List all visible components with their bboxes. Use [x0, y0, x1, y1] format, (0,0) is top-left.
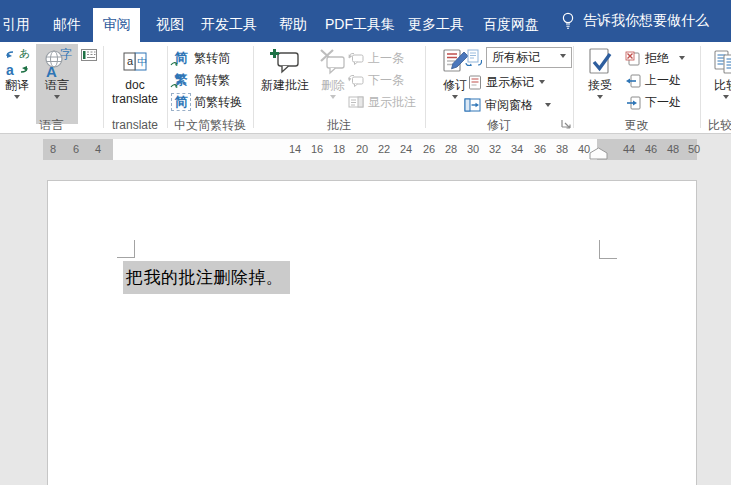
ruler-number: 30	[467, 139, 479, 160]
compare-label: 比较	[714, 78, 731, 92]
svg-text:中: 中	[138, 56, 148, 67]
ime-keyboard-icon[interactable]	[81, 49, 97, 61]
next-comment-icon	[348, 74, 364, 87]
crop-mark-top-left	[134, 240, 135, 258]
language-button[interactable]: A 字 语言	[36, 44, 78, 124]
ruler-number: 50	[688, 139, 700, 160]
svg-text:a: a	[127, 55, 134, 67]
delete-comment-button[interactable]: 删除	[314, 46, 352, 102]
reject-icon	[625, 51, 641, 66]
crop-mark-top-right	[599, 258, 617, 259]
previous-change-icon	[625, 73, 641, 88]
group-separator	[573, 46, 574, 128]
tab-developer[interactable]: 开发工具	[193, 8, 265, 42]
simp-to-trad-button[interactable]: 繁 简转繁	[172, 70, 230, 90]
previous-comment-button[interactable]: 上一条	[348, 48, 404, 68]
translate-button[interactable]: a あ 翻译	[0, 46, 34, 102]
display-for-review-select[interactable]: 所有标记	[486, 47, 572, 68]
ruler-number: 34	[511, 139, 523, 160]
show-markup-icon	[468, 75, 482, 90]
accept-button[interactable]: 接受	[580, 46, 620, 102]
compare-dropdown-arrow	[723, 95, 729, 102]
horizontal-ruler[interactable]: 864141618202224262830323436384044464850	[0, 134, 731, 160]
reject-button[interactable]: 拒绝	[625, 48, 685, 68]
ruler-number: 18	[333, 139, 345, 160]
show-comments-button[interactable]: 显示批注	[348, 92, 416, 112]
new-comment-button[interactable]: 新建批注	[258, 46, 312, 92]
reject-dropdown-arrow	[679, 56, 685, 63]
translate-icon: a あ	[4, 46, 30, 78]
trad-to-simp-button[interactable]: 简 繁转简	[172, 48, 230, 68]
crop-mark-top-left	[117, 257, 135, 258]
tab-baidu-netdisk[interactable]: 百度网盘	[475, 8, 547, 42]
delete-dropdown-arrow	[330, 95, 336, 102]
next-comment-label: 下一条	[368, 72, 404, 89]
show-comments-icon	[348, 96, 364, 108]
tab-help[interactable]: 帮助	[263, 8, 323, 42]
reviewing-pane-label: 审阅窗格	[485, 97, 533, 114]
accept-icon	[585, 46, 615, 78]
doc-translate-label-line2: translate	[112, 92, 158, 106]
word-window: 引用 邮件 审阅 视图 开发工具 帮助 PDF工具集 更多工具 百度网盘 告诉我…	[0, 0, 731, 485]
new-comment-icon	[269, 46, 301, 78]
next-comment-button[interactable]: 下一条	[348, 70, 404, 90]
tab-mailings[interactable]: 邮件	[37, 8, 97, 42]
show-markup-button[interactable]: 显示标记	[468, 72, 545, 92]
accept-dropdown-arrow	[597, 95, 603, 102]
ruler-number: 48	[667, 139, 679, 160]
ruler-number: 22	[378, 139, 390, 160]
next-change-label: 下一处	[645, 94, 681, 111]
tab-view[interactable]: 视图	[140, 8, 200, 42]
group-separator	[253, 46, 254, 128]
reviewing-pane-button[interactable]: 审阅窗格	[464, 95, 551, 115]
translate-label: 翻译	[5, 78, 29, 92]
ruler-number: 36	[534, 139, 546, 160]
display-for-review-arrow	[560, 54, 566, 61]
next-change-icon	[625, 95, 641, 110]
track-changes-label: 修订	[443, 78, 467, 92]
changes-group-label: 更改	[573, 118, 700, 132]
simp-to-trad-icon: 繁	[172, 72, 190, 88]
doc-translate-icon: 中 a	[122, 46, 148, 78]
selected-text[interactable]: 把我的批注删除掉。	[123, 261, 290, 294]
doc-translate-button[interactable]: 中 a doc translate	[106, 46, 164, 106]
document-area: 把我的批注删除掉。	[0, 160, 731, 485]
group-separator	[103, 46, 104, 128]
tracking-dialog-launcher[interactable]	[560, 118, 573, 131]
reject-label: 拒绝	[645, 50, 669, 67]
simp-trad-convert-button[interactable]: 简 简繁转换	[172, 92, 242, 112]
previous-change-button[interactable]: 上一处	[625, 70, 681, 90]
ruler-number: 46	[645, 139, 657, 160]
document-page[interactable]: 把我的批注删除掉。	[47, 180, 697, 485]
ruler-number: 14	[289, 139, 301, 160]
tab-more-tools[interactable]: 更多工具	[400, 8, 472, 42]
group-separator	[425, 46, 426, 128]
language-group-label: 语言	[0, 118, 103, 132]
ruler-number: 6	[73, 139, 79, 160]
all-markup-icon	[465, 49, 482, 66]
tab-review[interactable]: 审阅	[93, 8, 140, 42]
comments-group-label: 批注	[253, 118, 425, 132]
group-separator	[167, 46, 168, 128]
ribbon-tab-bar: 引用 邮件 审阅 视图 开发工具 帮助 PDF工具集 更多工具 百度网盘 告诉我…	[0, 0, 731, 42]
show-markup-dropdown-arrow	[539, 80, 545, 87]
language-icon: A 字	[43, 46, 71, 78]
compare-button[interactable]: 比较	[704, 46, 731, 102]
tab-pdf-tools[interactable]: PDF工具集	[320, 8, 400, 42]
next-change-button[interactable]: 下一处	[625, 92, 681, 112]
ruler-number: 8	[50, 139, 56, 160]
accept-label: 接受	[588, 78, 612, 92]
right-indent-marker[interactable]	[589, 147, 608, 160]
reviewing-pane-dropdown-arrow	[545, 103, 551, 110]
delete-comment-label: 删除	[321, 78, 345, 92]
simp-trad-convert-label: 简繁转换	[194, 94, 242, 111]
ruler-number: 38	[556, 139, 568, 160]
ruler-number: 4	[95, 139, 101, 160]
tell-me-label: 告诉我你想要做什么	[583, 12, 709, 30]
tell-me-box[interactable]: 告诉我你想要做什么	[560, 0, 709, 42]
crop-mark-top-right	[599, 240, 600, 259]
trad-to-simp-label: 繁转简	[194, 50, 230, 67]
ruler-number: 24	[400, 139, 412, 160]
track-changes-dropdown-arrow	[452, 95, 458, 102]
ruler-number: 20	[356, 139, 368, 160]
